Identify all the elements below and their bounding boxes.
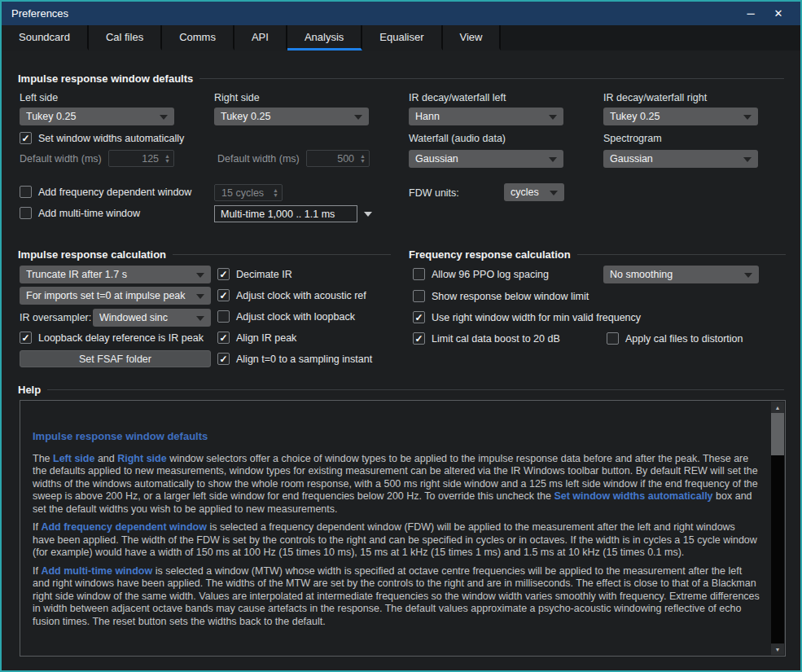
default-width-right-label: Default width (ms) — [217, 153, 300, 165]
scroll-down-icon[interactable]: ▼ — [771, 643, 784, 655]
scroll-up-icon[interactable]: ▲ — [771, 402, 784, 413]
window-title: Preferences — [11, 7, 737, 20]
fdw-checkbox[interactable]: Add frequency dependent window — [20, 186, 191, 198]
set-fsaf-folder-button[interactable]: Set FSAF folder — [20, 350, 211, 367]
oversampler-select[interactable]: Windowed sinc — [93, 309, 211, 327]
chevron-down-icon — [160, 115, 168, 124]
checkbox-icon — [217, 332, 230, 344]
title-bar: Preferences ─ ✕ — [2, 2, 800, 25]
checkbox-icon — [607, 332, 619, 345]
chevron-down-icon — [744, 273, 752, 282]
tab-analysis[interactable]: Analysis — [287, 25, 362, 51]
default-width-left-spinner[interactable]: 125 ▲▼ — [108, 150, 174, 167]
right-side-label: Right side — [214, 92, 260, 103]
loopback-clock-checkbox[interactable]: Adjust clock with loopback — [217, 310, 355, 323]
tab-comms[interactable]: Comms — [162, 25, 234, 51]
limit-cal-boost-checkbox[interactable]: Limit cal data boost to 20 dB — [413, 332, 560, 345]
align-ir-peak-checkbox[interactable]: Align IR peak — [217, 332, 296, 344]
use-right-width-checkbox[interactable]: Use right window width for min valid fre… — [413, 311, 641, 323]
chevron-down-icon — [354, 115, 362, 124]
section-irw-title: Impulse response window defaults — [18, 72, 784, 85]
right-side-select[interactable]: Tukey 0.25 — [214, 108, 369, 125]
scrollbar-track[interactable] — [771, 413, 784, 643]
checkbox-icon — [413, 268, 425, 280]
checkbox-icon — [20, 207, 32, 219]
chevron-down-icon — [549, 157, 557, 166]
close-icon[interactable]: ✕ — [765, 2, 792, 25]
section-frc-title: Frequency response calculation — [409, 248, 786, 261]
waterfall-label: Waterfall (audio data) — [409, 133, 506, 144]
tab-equaliser[interactable]: Equaliser — [362, 25, 442, 51]
tab-cal-files[interactable]: Cal files — [89, 25, 162, 51]
help-content: Impulse response window defaults The Lef… — [20, 401, 771, 656]
help-link[interactable]: Add frequency dependent window — [41, 521, 206, 533]
minimize-icon[interactable]: ─ — [737, 2, 765, 25]
help-panel: Impulse response window defaults The Lef… — [20, 400, 786, 657]
default-width-left-label: Default width (ms) — [20, 153, 102, 165]
checkbox-icon — [217, 310, 230, 323]
allow-96ppo-checkbox[interactable]: Allow 96 PPO log spacing — [413, 268, 549, 280]
chevron-down-icon — [550, 191, 558, 200]
imports-t0-select[interactable]: For imports set t=0 at impulse peak — [20, 287, 211, 305]
scrollbar-thumb[interactable] — [771, 413, 784, 455]
oversampler-label: IR oversampler: — [20, 312, 91, 323]
spectrogram-label: Spectrogram — [603, 133, 662, 144]
decay-right-select[interactable]: Tukey 0.25 — [603, 108, 758, 125]
tab-view[interactable]: View — [443, 25, 502, 51]
chevron-down-icon — [743, 157, 752, 166]
checkbox-icon — [413, 290, 425, 302]
tab-soundcard[interactable]: Soundcard — [2, 25, 89, 51]
decay-left-label: IR decay/waterfall left — [409, 92, 506, 103]
checkbox-icon — [20, 332, 32, 344]
help-paragraph: The Left side and Right side window sele… — [33, 453, 760, 516]
spinner-arrows-icon: ▲▼ — [273, 188, 278, 198]
align-t0-checkbox[interactable]: Align t=0 to a sampling instant — [217, 353, 372, 365]
checkbox-icon — [413, 332, 425, 345]
help-heading: Impulse response window defaults — [33, 430, 760, 443]
section-irc-title: Impulse response calculation — [18, 248, 391, 261]
help-scrollbar[interactable]: ▲ ▼ — [771, 402, 784, 655]
checkbox-icon — [413, 311, 425, 323]
section-help-title: Help — [18, 384, 784, 396]
help-link[interactable]: Right side — [117, 453, 166, 464]
apply-cal-distortion-checkbox[interactable]: Apply cal files to distortion — [607, 332, 743, 345]
mtw-combo[interactable]: Multi-time 1,000 .. 1.1 ms — [214, 205, 372, 222]
checkbox-icon — [217, 268, 230, 280]
fdw-units-label: FDW units: — [409, 187, 459, 199]
chevron-down-icon — [549, 115, 557, 124]
checkbox-icon — [20, 132, 32, 144]
fdw-width-spinner[interactable]: 15 cycles ▲▼ — [214, 184, 283, 201]
mtw-checkbox[interactable]: Add multi-time window — [20, 207, 140, 219]
show-below-limit-checkbox[interactable]: Show response below window limit — [413, 290, 589, 302]
checkbox-icon — [217, 353, 230, 365]
chevron-down-icon — [743, 115, 752, 124]
preferences-window: Preferences ─ ✕ Soundcard Cal files Comm… — [0, 0, 802, 672]
help-link[interactable]: Left side — [53, 453, 94, 464]
decay-right-label: IR decay/waterfall right — [603, 92, 707, 103]
help-link[interactable]: Set window widths automatically — [554, 490, 712, 502]
chevron-down-icon — [196, 316, 204, 325]
acoustic-ref-checkbox[interactable]: Adjust clock with acoustic ref — [217, 289, 366, 301]
tab-api[interactable]: API — [234, 25, 287, 51]
decay-left-select[interactable]: Hann — [409, 108, 563, 125]
checkbox-icon — [217, 289, 230, 301]
spinner-arrows-icon: ▲▼ — [360, 154, 366, 164]
help-paragraph: If Add multi-time window is selected a w… — [33, 565, 760, 629]
default-width-right-spinner[interactable]: 500 ▲▼ — [306, 150, 370, 167]
decimate-ir-checkbox[interactable]: Decimate IR — [217, 268, 292, 280]
checkbox-icon — [20, 186, 32, 198]
waterfall-select[interactable]: Gaussian — [409, 150, 563, 168]
help-paragraph: If Add frequency dependent window is sel… — [33, 521, 760, 560]
spectrogram-select[interactable]: Gaussian — [603, 150, 758, 168]
fdw-units-select[interactable]: cycles — [504, 183, 564, 201]
auto-widths-checkbox[interactable]: Set window widths automatically — [20, 132, 184, 144]
truncate-ir-select[interactable]: Truncate IR after 1.7 s — [20, 266, 211, 283]
loopback-ref-checkbox[interactable]: Loopback delay reference is IR peak — [20, 332, 204, 344]
left-side-select[interactable]: Tukey 0.25 — [20, 108, 174, 125]
chevron-down-icon — [364, 212, 372, 221]
tab-bar: Soundcard Cal files Comms API Analysis E… — [2, 25, 800, 51]
help-link[interactable]: Add multi-time window — [41, 565, 152, 577]
spinner-arrows-icon: ▲▼ — [164, 154, 170, 164]
chevron-down-icon — [196, 273, 204, 282]
smoothing-select[interactable]: No smoothing — [603, 266, 759, 283]
